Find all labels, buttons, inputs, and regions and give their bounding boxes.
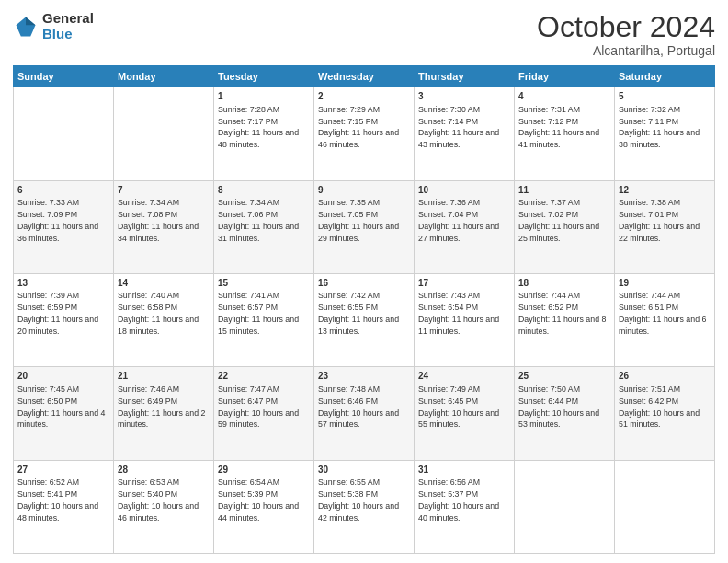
day-number: 8 bbox=[218, 184, 310, 197]
day-number: 29 bbox=[218, 464, 310, 477]
day-daylight: Daylight: 10 hours and 42 minutes. bbox=[318, 501, 399, 523]
calendar-header-row: Sunday Monday Tuesday Wednesday Thursday… bbox=[14, 66, 715, 87]
day-daylight: Daylight: 11 hours and 46 minutes. bbox=[318, 128, 399, 149]
day-number: 28 bbox=[118, 464, 210, 477]
day-sunset: Sunset: 7:06 PM bbox=[218, 210, 278, 219]
table-row: 15Sunrise: 7:41 AMSunset: 6:57 PMDayligh… bbox=[214, 273, 314, 366]
day-sunset: Sunset: 7:15 PM bbox=[318, 117, 378, 126]
day-sunrise: Sunrise: 7:40 AM bbox=[118, 291, 179, 300]
day-number: 12 bbox=[619, 184, 711, 197]
day-sunrise: Sunrise: 7:45 AM bbox=[17, 385, 79, 394]
table-row bbox=[515, 460, 615, 553]
day-number: 18 bbox=[518, 277, 610, 290]
calendar-week-row: 20Sunrise: 7:45 AMSunset: 6:50 PMDayligh… bbox=[14, 367, 715, 460]
col-sunday: Sunday bbox=[14, 66, 114, 87]
day-sunset: Sunset: 6:49 PM bbox=[118, 396, 177, 406]
day-daylight: Daylight: 11 hours and 8 minutes. bbox=[518, 315, 606, 336]
day-sunrise: Sunrise: 7:34 AM bbox=[118, 198, 179, 207]
day-daylight: Daylight: 10 hours and 40 minutes. bbox=[418, 501, 499, 523]
day-sunrise: Sunrise: 6:55 AM bbox=[318, 477, 380, 487]
day-sunrise: Sunrise: 7:39 AM bbox=[17, 291, 79, 300]
day-number: 31 bbox=[418, 464, 510, 477]
day-sunset: Sunset: 6:55 PM bbox=[318, 303, 378, 312]
day-sunset: Sunset: 6:45 PM bbox=[418, 396, 478, 406]
day-daylight: Daylight: 11 hours and 15 minutes. bbox=[218, 315, 299, 336]
day-daylight: Daylight: 11 hours and 6 minutes. bbox=[619, 315, 706, 336]
day-sunrise: Sunrise: 7:50 AM bbox=[518, 385, 580, 394]
table-row: 19Sunrise: 7:44 AMSunset: 6:51 PMDayligh… bbox=[615, 273, 715, 366]
day-sunset: Sunset: 7:02 PM bbox=[518, 210, 578, 219]
main-title: October 2024 bbox=[537, 11, 715, 43]
day-number: 26 bbox=[619, 370, 711, 383]
day-sunset: Sunset: 5:40 PM bbox=[118, 489, 177, 499]
day-number: 3 bbox=[418, 90, 510, 103]
table-row: 21Sunrise: 7:46 AMSunset: 6:49 PMDayligh… bbox=[114, 367, 214, 460]
day-daylight: Daylight: 11 hours and 31 minutes. bbox=[218, 222, 299, 243]
table-row bbox=[615, 460, 715, 553]
table-row: 8Sunrise: 7:34 AMSunset: 7:06 PMDaylight… bbox=[214, 180, 314, 273]
table-row: 13Sunrise: 7:39 AMSunset: 6:59 PMDayligh… bbox=[14, 273, 114, 366]
day-sunset: Sunset: 5:37 PM bbox=[418, 489, 478, 499]
day-sunrise: Sunrise: 6:53 AM bbox=[118, 477, 179, 487]
table-row: 11Sunrise: 7:37 AMSunset: 7:02 PMDayligh… bbox=[515, 180, 615, 273]
calendar-week-row: 27Sunrise: 6:52 AMSunset: 5:41 PMDayligh… bbox=[14, 460, 715, 553]
day-number: 20 bbox=[17, 370, 109, 383]
day-sunrise: Sunrise: 7:29 AM bbox=[318, 105, 380, 114]
day-sunrise: Sunrise: 7:33 AM bbox=[17, 198, 79, 207]
day-number: 19 bbox=[619, 277, 711, 290]
day-number: 17 bbox=[418, 277, 510, 290]
day-sunset: Sunset: 6:44 PM bbox=[518, 396, 578, 406]
day-sunset: Sunset: 5:38 PM bbox=[318, 489, 378, 499]
day-sunset: Sunset: 6:52 PM bbox=[518, 303, 578, 312]
table-row: 4Sunrise: 7:31 AMSunset: 7:12 PMDaylight… bbox=[515, 87, 615, 180]
day-sunset: Sunset: 6:57 PM bbox=[218, 303, 278, 312]
day-number: 25 bbox=[518, 370, 610, 383]
day-sunset: Sunset: 7:17 PM bbox=[218, 117, 278, 126]
col-thursday: Thursday bbox=[415, 66, 515, 87]
day-sunset: Sunset: 5:39 PM bbox=[218, 489, 278, 499]
day-daylight: Daylight: 11 hours and 4 minutes. bbox=[17, 408, 105, 430]
day-number: 27 bbox=[17, 464, 109, 477]
col-wednesday: Wednesday bbox=[314, 66, 415, 87]
day-sunset: Sunset: 6:47 PM bbox=[218, 396, 278, 406]
day-daylight: Daylight: 10 hours and 53 minutes. bbox=[518, 408, 599, 430]
day-sunset: Sunset: 6:46 PM bbox=[318, 396, 378, 406]
day-number: 7 bbox=[118, 184, 210, 197]
day-sunset: Sunset: 7:08 PM bbox=[118, 210, 177, 219]
day-number: 16 bbox=[318, 277, 410, 290]
day-sunset: Sunset: 7:09 PM bbox=[17, 210, 77, 219]
day-sunrise: Sunrise: 7:48 AM bbox=[318, 385, 380, 394]
table-row: 1Sunrise: 7:28 AMSunset: 7:17 PMDaylight… bbox=[214, 87, 314, 180]
day-sunset: Sunset: 6:58 PM bbox=[118, 303, 177, 312]
table-row: 23Sunrise: 7:48 AMSunset: 6:46 PMDayligh… bbox=[314, 367, 415, 460]
day-sunrise: Sunrise: 7:46 AM bbox=[118, 385, 179, 394]
table-row: 25Sunrise: 7:50 AMSunset: 6:44 PMDayligh… bbox=[515, 367, 615, 460]
day-sunrise: Sunrise: 7:49 AM bbox=[418, 385, 480, 394]
day-number: 21 bbox=[118, 370, 210, 383]
day-number: 11 bbox=[518, 184, 610, 197]
day-sunrise: Sunrise: 7:28 AM bbox=[218, 105, 279, 114]
table-row bbox=[14, 87, 114, 180]
calendar-week-row: 1Sunrise: 7:28 AMSunset: 7:17 PMDaylight… bbox=[14, 87, 715, 180]
day-daylight: Daylight: 10 hours and 57 minutes. bbox=[318, 408, 399, 430]
table-row: 16Sunrise: 7:42 AMSunset: 6:55 PMDayligh… bbox=[314, 273, 415, 366]
day-sunset: Sunset: 6:54 PM bbox=[418, 303, 478, 312]
table-row: 14Sunrise: 7:40 AMSunset: 6:58 PMDayligh… bbox=[114, 273, 214, 366]
day-sunrise: Sunrise: 6:54 AM bbox=[218, 477, 279, 487]
logo-icon bbox=[13, 14, 39, 40]
day-sunset: Sunset: 6:50 PM bbox=[17, 396, 77, 406]
table-row: 17Sunrise: 7:43 AMSunset: 6:54 PMDayligh… bbox=[415, 273, 515, 366]
day-daylight: Daylight: 11 hours and 38 minutes. bbox=[619, 128, 700, 149]
table-row: 22Sunrise: 7:47 AMSunset: 6:47 PMDayligh… bbox=[214, 367, 314, 460]
table-row: 2Sunrise: 7:29 AMSunset: 7:15 PMDaylight… bbox=[314, 87, 415, 180]
day-sunrise: Sunrise: 7:51 AM bbox=[619, 385, 680, 394]
day-sunset: Sunset: 7:12 PM bbox=[518, 117, 578, 126]
day-number: 14 bbox=[118, 277, 210, 290]
day-daylight: Daylight: 10 hours and 55 minutes. bbox=[418, 408, 499, 430]
table-row: 28Sunrise: 6:53 AMSunset: 5:40 PMDayligh… bbox=[114, 460, 214, 553]
logo: General Blue bbox=[13, 11, 94, 41]
day-sunrise: Sunrise: 7:38 AM bbox=[619, 198, 680, 207]
calendar-week-row: 6Sunrise: 7:33 AMSunset: 7:09 PMDaylight… bbox=[14, 180, 715, 273]
day-sunset: Sunset: 7:05 PM bbox=[318, 210, 378, 219]
table-row bbox=[114, 87, 214, 180]
